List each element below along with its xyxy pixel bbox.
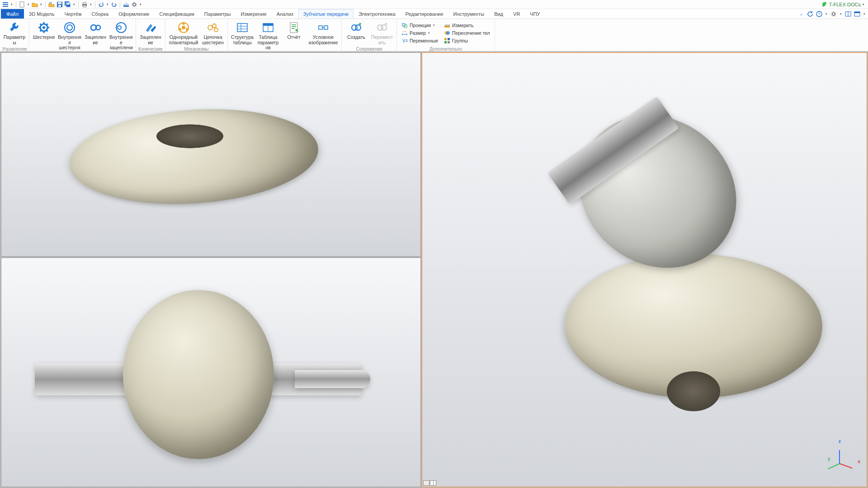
- qat-open-dd[interactable]: ▾: [39, 1, 43, 8]
- tab-параметры[interactable]: Параметры: [199, 9, 236, 19]
- dimension-button[interactable]: Размер▾: [400, 29, 440, 37]
- ribbon-group-оформление: Структура таблицыТаблица параметровОтчёт…: [228, 19, 342, 51]
- chevron-down-icon[interactable]: ▾: [863, 3, 864, 6]
- gear-icon[interactable]: [830, 10, 837, 18]
- qat-menu-icon[interactable]: [2, 1, 9, 8]
- svg-rect-2: [3, 6, 8, 7]
- tab-чертёж[interactable]: Чертёж: [60, 9, 87, 19]
- gear-dd[interactable]: ▾: [839, 10, 843, 18]
- view-single-button[interactable]: [423, 480, 429, 486]
- svg-text:V=: V=: [402, 38, 408, 43]
- intersection-button[interactable]: Пересечение тел: [442, 29, 492, 37]
- ribbon-group-дополнительно: Проекция▾Размер▾V=ПеременныеИзмеритьПере…: [397, 19, 495, 51]
- qat-saveall-dd[interactable]: ▾: [72, 1, 76, 8]
- collapse-ribbon-icon[interactable]: ⌵: [797, 10, 805, 18]
- chevron-down-icon[interactable]: ▾: [433, 23, 435, 27]
- svg-rect-47: [237, 23, 247, 32]
- qat-print-icon[interactable]: [81, 1, 88, 8]
- minimize-panel-icon[interactable]: [854, 10, 861, 18]
- view-split-button[interactable]: [430, 480, 436, 486]
- tab-вид[interactable]: Вид: [489, 9, 508, 19]
- viewport-right-main[interactable]: x y z: [422, 52, 867, 487]
- tab-оформление[interactable]: Оформление: [113, 9, 154, 19]
- tab-измерение[interactable]: Измерение: [236, 9, 272, 19]
- bevel-mesh-button[interactable]: Зацепление: [138, 20, 163, 46]
- gear-pair-icon: [89, 21, 102, 34]
- qat-measure-icon[interactable]: [123, 1, 130, 8]
- qat-new-icon[interactable]: [19, 1, 26, 8]
- table2-icon: [261, 21, 275, 34]
- variables-button[interactable]: V=Переменные: [400, 37, 440, 44]
- ribbon-tabs: Файл 3D МодельЧертёжСборкаОформлениеСпец…: [0, 9, 868, 19]
- viewport-bottom-left[interactable]: [1, 258, 421, 487]
- tab-зубчатые-передачи[interactable]: Зубчатые передачи: [298, 9, 354, 19]
- svg-point-40: [182, 26, 185, 29]
- ribbon-group-управление: ПараметрыУправление: [0, 19, 29, 51]
- help-dd[interactable]: ▾: [825, 10, 828, 18]
- proj-icon: [401, 22, 408, 28]
- planetary-single-button[interactable]: Однорядный планетарный: [167, 20, 200, 46]
- tab-спецификации[interactable]: Спецификации: [154, 9, 199, 19]
- tflex-docs-button[interactable]: T-FLEX DOCs ▾: [819, 1, 866, 8]
- qat-saveall-icon[interactable]: [64, 1, 71, 8]
- qat-settings-icon[interactable]: [131, 1, 138, 8]
- create-mate-button[interactable]: Создать: [344, 20, 369, 41]
- svg-rect-3: [20, 2, 24, 7]
- tab-3d-модель[interactable]: 3D Модель: [24, 9, 60, 19]
- svg-point-15: [133, 3, 136, 6]
- quick-access-toolbar: ▾ ▾ ▾ ▾ ▾ ▾ ▾ T-FLEX DOCs ▾: [0, 0, 868, 9]
- tab-сборка[interactable]: Сборка: [87, 9, 114, 19]
- ribbon-group-сопряжения: СоздатьПереместитьСопряжения: [342, 19, 397, 51]
- tab-инструменты[interactable]: Инструменты: [448, 9, 490, 19]
- qat-save-icon[interactable]: [56, 1, 63, 8]
- internal-gear-button[interactable]: Внутренняя шестерня: [57, 20, 82, 52]
- svg-rect-68: [444, 38, 447, 40]
- leaf-icon: [821, 1, 827, 8]
- svg-point-45: [212, 24, 216, 28]
- qat-settings-dd[interactable]: ▾: [139, 1, 142, 8]
- mesh-button[interactable]: Зацепление: [83, 20, 108, 46]
- svg-point-33: [65, 23, 75, 33]
- table-structure-button[interactable]: Структура таблицы: [230, 20, 255, 46]
- chevron-down-icon[interactable]: ▾: [428, 31, 430, 35]
- projection-button[interactable]: Проекция▾: [400, 22, 440, 29]
- qat-undo-dd[interactable]: ▾: [106, 1, 109, 8]
- qat-redo-icon[interactable]: [110, 1, 118, 8]
- qat-new-dd[interactable]: ▾: [27, 1, 30, 8]
- viewport-top-left[interactable]: [1, 52, 421, 257]
- window-layout-icon[interactable]: [844, 10, 852, 18]
- parameters-button[interactable]: Параметры: [2, 20, 27, 46]
- dim-icon: [401, 30, 408, 36]
- gear-button[interactable]: Шестерня: [31, 20, 57, 41]
- svg-rect-10: [67, 3, 70, 5]
- help-icon[interactable]: ?: [816, 10, 823, 18]
- file-tab[interactable]: Файл: [1, 9, 24, 19]
- view-mode-switch: [422, 480, 437, 487]
- tab-vr[interactable]: VR: [508, 9, 525, 19]
- gear-chain-button[interactable]: Цепочка шестерен: [200, 20, 226, 46]
- tab-чпу[interactable]: ЧПУ: [525, 9, 545, 19]
- qat-menu-dd[interactable]: ▾: [10, 1, 14, 8]
- ribbon-body: ПараметрыУправлениеШестерняВнутренняя ше…: [0, 19, 868, 52]
- refresh-icon[interactable]: [807, 10, 814, 18]
- tab-анализ[interactable]: Анализ: [272, 9, 298, 19]
- symbolic-image-button[interactable]: Условное изображение: [307, 20, 340, 46]
- qat-print-dd[interactable]: ▾: [89, 1, 93, 8]
- tab-электротехника[interactable]: Электротехника: [354, 9, 401, 19]
- param-table-button[interactable]: Таблица параметров: [255, 20, 281, 52]
- tab-редактирование[interactable]: Редактирование: [401, 9, 448, 19]
- internal-mesh-button[interactable]: Внутреннее зацепление: [108, 20, 134, 56]
- qat-open-icon[interactable]: [31, 1, 38, 8]
- svg-point-67: [446, 31, 450, 35]
- qat-undo-icon[interactable]: [98, 1, 105, 8]
- svg-rect-6: [58, 2, 61, 4]
- qat-recent-icon[interactable]: [48, 1, 55, 8]
- svg-text:?: ?: [818, 12, 820, 16]
- svg-point-43: [179, 28, 181, 31]
- report-button[interactable]: Отчёт: [281, 20, 307, 41]
- groups-button[interactable]: Группы: [442, 37, 492, 44]
- measure-button[interactable]: Измерить: [442, 22, 492, 29]
- layout-dd[interactable]: ▾: [863, 10, 866, 18]
- ribbon-group-цилиндрические: ШестерняВнутренняя шестерняЗацеплениеВну…: [29, 19, 136, 51]
- svg-point-41: [182, 22, 185, 25]
